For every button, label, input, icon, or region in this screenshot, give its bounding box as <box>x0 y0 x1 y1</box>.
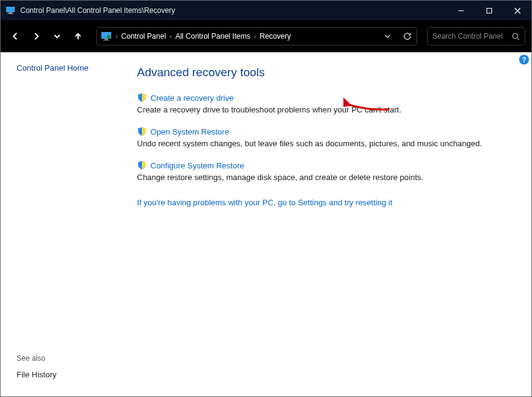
breadcrumb-cp[interactable]: Control Panel <box>121 32 166 41</box>
tool-configure-system-restore: Configure System Restore Change restore … <box>137 160 513 182</box>
see-also-label: See also <box>17 354 123 363</box>
content: Advanced recovery tools Create a recover… <box>123 52 531 396</box>
search-placeholder: Search Control Panel <box>432 32 508 41</box>
recent-dropdown[interactable] <box>49 28 66 45</box>
search-icon <box>512 33 520 41</box>
svg-point-11 <box>513 33 518 38</box>
up-button[interactable] <box>69 28 87 45</box>
page-heading: Advanced recovery tools <box>137 66 513 79</box>
breadcrumb-all[interactable]: All Control Panel Items <box>175 32 250 41</box>
address-bar[interactable]: ›Control Panel ›All Control Panel Items … <box>96 27 417 45</box>
svg-rect-0 <box>6 7 15 12</box>
file-history-link[interactable]: File History <box>17 370 123 379</box>
titlebar: Control Panel\All Control Panel Items\Re… <box>1 1 531 20</box>
tool-create-recovery-drive: Create a recovery drive Create a recover… <box>137 93 513 114</box>
forward-button[interactable] <box>28 28 45 45</box>
window-title: Control Panel\All Control Panel Items\Re… <box>20 6 175 15</box>
control-panel-icon <box>6 6 15 15</box>
chevron-right-icon: › <box>115 33 117 40</box>
chevron-right-icon: › <box>254 33 256 40</box>
open-system-restore-link[interactable]: Open System Restore <box>151 127 229 136</box>
svg-rect-8 <box>104 39 108 40</box>
tool-open-system-restore: Open System Restore Undo recent system c… <box>137 127 513 148</box>
shield-icon <box>137 160 147 170</box>
breadcrumb-recovery[interactable]: Recovery <box>260 32 291 41</box>
sidebar: Control Panel Home See also File History <box>1 52 123 396</box>
address-dropdown-icon[interactable] <box>382 31 393 42</box>
command-bar: ›Control Panel ›All Control Panel Items … <box>1 20 531 52</box>
svg-rect-4 <box>487 8 491 13</box>
back-button[interactable] <box>7 28 24 45</box>
reset-pc-link[interactable]: If you're having problems with your PC, … <box>137 198 393 207</box>
svg-rect-1 <box>9 12 12 14</box>
chevron-right-icon: › <box>170 33 171 40</box>
tool1-description: Create a recovery drive to troubleshoot … <box>137 105 513 114</box>
svg-line-12 <box>517 38 519 40</box>
close-button[interactable] <box>503 1 531 20</box>
tool3-description: Change restore settings, manage disk spa… <box>137 173 513 182</box>
svg-rect-2 <box>7 14 14 14</box>
minimize-button[interactable] <box>447 1 475 20</box>
shield-icon <box>137 127 147 136</box>
body: ? Control Panel Home See also File Histo… <box>1 52 531 396</box>
shield-icon <box>137 93 147 103</box>
refresh-icon[interactable] <box>402 31 413 42</box>
address-bar-icon <box>101 31 112 42</box>
svg-rect-9 <box>103 40 109 41</box>
tool2-description: Undo recent system changes, but leave fi… <box>137 139 513 148</box>
search-input[interactable]: Search Control Panel <box>427 27 525 45</box>
control-panel-home-link[interactable]: Control Panel Home <box>17 63 123 73</box>
configure-system-restore-link[interactable]: Configure System Restore <box>151 161 244 170</box>
svg-point-10 <box>107 35 111 39</box>
create-recovery-drive-link[interactable]: Create a recovery drive <box>151 93 233 103</box>
maximize-button[interactable] <box>475 1 503 20</box>
window-buttons <box>447 1 531 20</box>
